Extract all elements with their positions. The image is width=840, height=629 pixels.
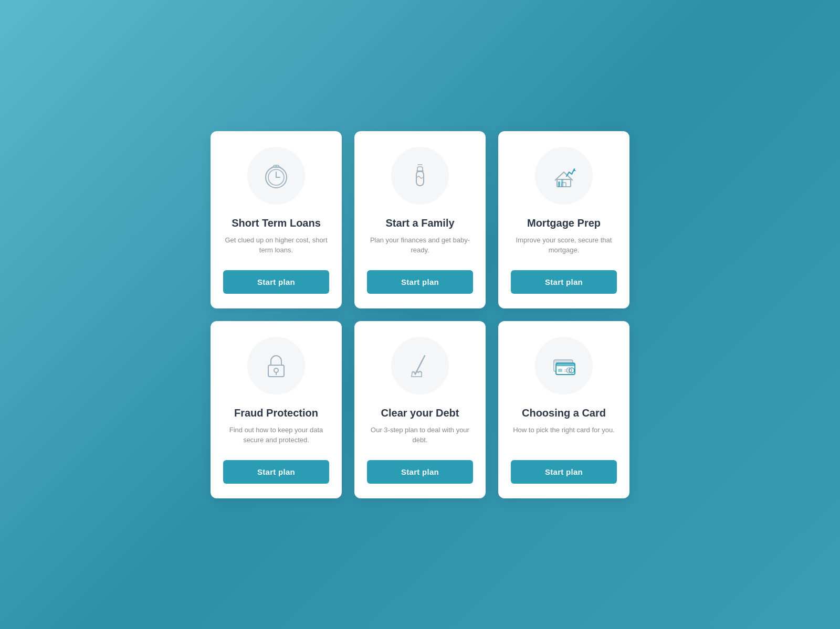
start-plan-button[interactable]: Start plan: [511, 460, 617, 484]
card-description: How to pick the right card for you.: [513, 425, 615, 445]
card-title: Fraud Protection: [234, 406, 318, 420]
card-grid: Short Term Loans Get clued up on higher …: [211, 131, 629, 498]
start-plan-button[interactable]: Start plan: [223, 460, 329, 484]
card-description: Plan your finances and get baby-ready.: [367, 235, 473, 255]
start-plan-button[interactable]: Start plan: [367, 460, 473, 484]
icon-circle-padlock: [247, 337, 305, 395]
baby-bottle-icon: [405, 161, 435, 191]
card-mortgage-prep: Mortgage Prep Improve your score, secure…: [498, 131, 629, 308]
svg-rect-8: [416, 171, 424, 186]
svg-line-6: [280, 167, 281, 168]
start-plan-button[interactable]: Start plan: [367, 270, 473, 294]
card-title: Start a Family: [385, 216, 454, 230]
card-fraud-protection: Fraud Protection Find out how to keep yo…: [211, 321, 342, 498]
credit-cards-icon: [549, 350, 579, 381]
card-description: Improve your score, secure that mortgage…: [511, 235, 617, 255]
icon-circle-house-growth: [535, 147, 593, 205]
broom-icon: [405, 350, 435, 381]
house-growth-icon: [549, 161, 579, 191]
icon-circle-stopwatch: [247, 147, 305, 205]
padlock-icon: [261, 350, 291, 381]
svg-rect-15: [561, 179, 563, 187]
card-title: Short Term Loans: [232, 216, 321, 230]
card-choosing-a-card: Choosing a Card How to pick the right ca…: [498, 321, 629, 498]
stopwatch-icon: [261, 161, 291, 191]
svg-point-18: [274, 368, 278, 372]
svg-line-5: [271, 167, 272, 168]
card-title: Clear your Debt: [381, 406, 459, 420]
card-title: Choosing a Card: [522, 406, 606, 420]
svg-rect-14: [558, 182, 560, 187]
card-description: Get clued up on higher cost, short term …: [223, 235, 329, 255]
card-description: Find out how to keep your data secure an…: [223, 425, 329, 445]
card-clear-your-debt: Clear your Debt Our 3-step plan to deal …: [354, 321, 486, 498]
start-plan-button[interactable]: Start plan: [223, 270, 329, 294]
svg-rect-24: [556, 363, 575, 366]
card-short-term-loans: Short Term Loans Get clued up on higher …: [211, 131, 342, 308]
icon-circle-baby-bottle: [391, 147, 449, 205]
card-description: Our 3-step plan to deal with your debt.: [367, 425, 473, 445]
svg-rect-25: [558, 369, 562, 372]
card-start-a-family: Start a Family Plan your finances and ge…: [354, 131, 486, 308]
card-title: Mortgage Prep: [527, 216, 601, 230]
icon-circle-broom: [391, 337, 449, 395]
icon-circle-credit-cards: [535, 337, 593, 395]
start-plan-button[interactable]: Start plan: [511, 270, 617, 294]
